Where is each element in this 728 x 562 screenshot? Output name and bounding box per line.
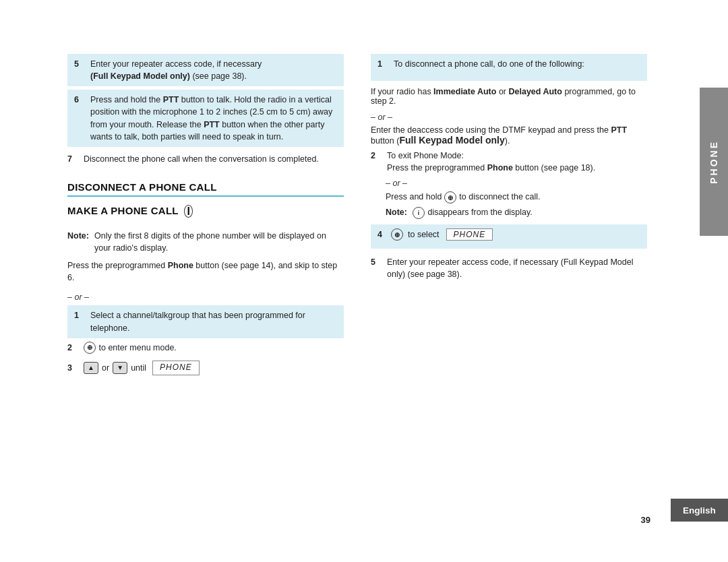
sub-step1-num: 1: [74, 309, 84, 334]
note2-label: Note:: [386, 206, 407, 219]
right-step1-block: 1 To disconnect a phone call, do one of …: [371, 54, 647, 81]
sub-step3-content: ▲ or ▼ until PHONE: [84, 361, 344, 375]
sub-step1-item: 1 Select a channel/talkgroup that has be…: [74, 309, 337, 334]
right-step5-num: 5: [371, 256, 380, 280]
step5-text-bold: (Full Keypad Model only): [90, 71, 190, 81]
step7-num: 7: [67, 153, 77, 165]
step5-item: 5 Enter your repeater access code, if ne…: [74, 58, 337, 82]
left-column: 5 Enter your repeater access code, if ne…: [67, 54, 344, 508]
sub-step2-text: to enter menu mode.: [98, 343, 176, 352]
note-label: Note:: [67, 230, 89, 254]
right-step2-num: 2: [371, 150, 380, 174]
right-step2-item: 2 To exit Phone Mode: Press the preprogr…: [371, 150, 647, 174]
step6-num: 6: [74, 94, 84, 143]
step5-num: 5: [74, 58, 84, 82]
note-text: Only the first 8 digits of the phone num…: [94, 230, 344, 254]
side-phone-tab: PHONE: [700, 88, 728, 236]
note-block: Note: Only the first 8 digits of the pho…: [67, 230, 344, 254]
sub-step3-item: 3 ▲ or ▼ until PHONE: [67, 361, 344, 375]
section1-title: DISCONNECT A PHONE CALL: [67, 181, 344, 193]
english-tab-text: English: [683, 505, 716, 516]
right-step4-item: 4 ⊕ to select PHONE: [377, 228, 640, 241]
note2-text: disappears from the display.: [427, 208, 532, 217]
sub-step3-until: until: [131, 362, 146, 374]
right-step4-num: 4: [377, 230, 387, 239]
section1-header: DISCONNECT A PHONE CALL: [67, 181, 344, 197]
step7-content: Disconnect the phone call when the conve…: [84, 153, 344, 165]
right-step2-content: To exit Phone Mode: Press the preprogram…: [387, 150, 647, 174]
press-hold-line: Press and hold ⊕ to disconnect the call.: [386, 191, 647, 204]
note2-circle-icon: i: [413, 207, 425, 219]
step6-content: Press and hold the PTT button to talk. H…: [90, 94, 337, 143]
page-container: 5 Enter your repeater access code, if ne…: [0, 0, 728, 562]
arrow-down-icon: ▼: [113, 362, 127, 374]
sub-step2-num: 2: [67, 342, 77, 354]
sub-step2-item: 2 ⊕ to enter menu mode.: [67, 342, 344, 354]
sub-step3-num: 3: [67, 362, 77, 374]
section2-title: MAKE A PHONE CALL i: [67, 205, 344, 218]
or2-right: – or –: [386, 179, 647, 188]
select-btn-icon: ⊕: [391, 228, 403, 241]
step5-block: 5 Enter your repeater access code, if ne…: [67, 54, 344, 86]
step5-content: Enter your repeater access code, if nece…: [90, 58, 337, 82]
note2-block: Note: i disappears from the display.: [386, 206, 647, 219]
menu-btn-icon: ⊕: [84, 342, 96, 354]
right-column: 1 To disconnect a phone call, do one of …: [371, 54, 647, 508]
step6-item: 6 Press and hold the PTT button to talk.…: [74, 94, 337, 143]
sub-step1-content: Select a channel/talkgroup that has been…: [90, 309, 337, 334]
press-phone-line: Press the preprogrammed Phone button (se…: [67, 259, 344, 284]
right-step1-item: 1 To disconnect a phone call, do one of …: [377, 58, 640, 70]
dtmf-text: Enter the deaccess code using the DTMF k…: [371, 125, 647, 146]
phone-tag-right: PHONE: [446, 228, 493, 241]
immediate-auto-note: If your radio has Immediate Auto or Dela…: [371, 87, 647, 106]
right-step5-content: Enter your repeater access code, if nece…: [387, 256, 647, 280]
page-number: 39: [641, 515, 650, 525]
right-step4-text: to select: [408, 230, 439, 239]
or1-left: – or –: [67, 292, 344, 302]
english-tab: English: [671, 499, 728, 522]
right-step1-content: To disconnect a phone call, do one of th…: [394, 58, 640, 70]
hold-btn-icon: ⊕: [444, 191, 456, 204]
sub-step3-or: or: [102, 362, 109, 374]
right-step1-num: 1: [377, 58, 387, 70]
step5-text-suffix: (see page 38).: [190, 71, 247, 81]
side-tab-text: PHONE: [708, 140, 719, 184]
right-step5-item: 5 Enter your repeater access code, if ne…: [371, 256, 647, 280]
note2-content: i disappears from the display.: [413, 206, 533, 219]
section2-header: MAKE A PHONE CALL i: [67, 204, 344, 220]
step5-text-plain: Enter your repeater access code, if nece…: [90, 59, 262, 69]
arrow-up-icon: ▲: [84, 362, 98, 374]
step6-block: 6 Press and hold the PTT button to talk.…: [67, 90, 344, 147]
right-step4-block: 4 ⊕ to select PHONE: [371, 224, 647, 249]
or1-right: – or –: [371, 113, 647, 122]
sub-step2-content: ⊕ to enter menu mode.: [84, 342, 344, 354]
right-step2-text: To exit Phone Mode:: [387, 151, 464, 160]
phone-tag-left: PHONE: [152, 361, 200, 375]
step7-item: 7 Disconnect the phone call when the con…: [67, 153, 344, 165]
main-content: 5 Enter your repeater access code, if ne…: [67, 54, 647, 508]
sub-step1-block: 1 Select a channel/talkgroup that has be…: [67, 305, 344, 338]
